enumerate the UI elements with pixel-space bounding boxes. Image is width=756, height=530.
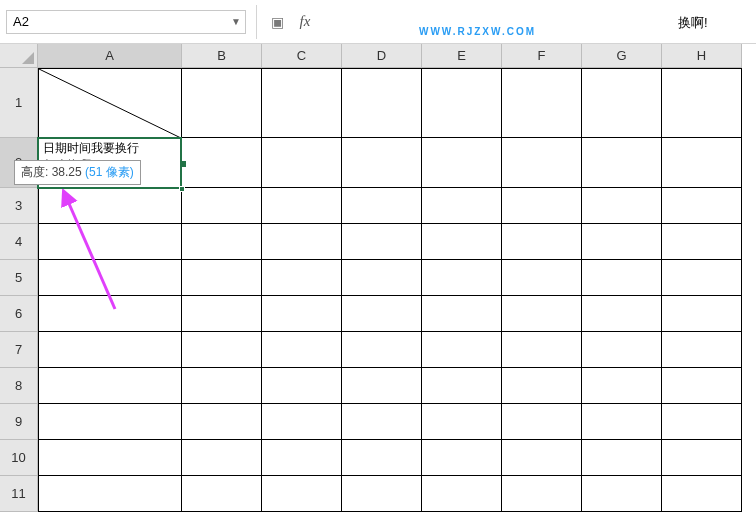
row-header-10[interactable]: 10 (0, 440, 38, 476)
cell-G3[interactable] (582, 188, 662, 224)
cell-G7[interactable] (582, 332, 662, 368)
cell-E2[interactable] (422, 138, 502, 188)
cell-E1[interactable] (422, 68, 502, 138)
name-box-dropdown-icon[interactable]: ▼ (227, 16, 245, 27)
cell-G1[interactable] (582, 68, 662, 138)
cell-F6[interactable] (502, 296, 582, 332)
cell-G4[interactable] (582, 224, 662, 260)
cell-H4[interactable] (662, 224, 742, 260)
col-header-C[interactable]: C (262, 44, 342, 68)
row-header-5[interactable]: 5 (0, 260, 38, 296)
cell-G11[interactable] (582, 476, 662, 512)
cell-E11[interactable] (422, 476, 502, 512)
col-header-F[interactable]: F (502, 44, 582, 68)
cell-A3[interactable] (38, 188, 182, 224)
row-header-4[interactable]: 4 (0, 224, 38, 260)
col-header-G[interactable]: G (582, 44, 662, 68)
cell-G9[interactable] (582, 404, 662, 440)
cell-A9[interactable] (38, 404, 182, 440)
cell-D7[interactable] (342, 332, 422, 368)
cell-A4[interactable] (38, 224, 182, 260)
fx-icon[interactable]: fx (295, 12, 315, 32)
cell-H1[interactable] (662, 68, 742, 138)
cell-D5[interactable] (342, 260, 422, 296)
cell-E4[interactable] (422, 224, 502, 260)
row-header-11[interactable]: 11 (0, 476, 38, 512)
cell-F2[interactable] (502, 138, 582, 188)
cell-C5[interactable] (262, 260, 342, 296)
cell-A6[interactable] (38, 296, 182, 332)
row-header-9[interactable]: 9 (0, 404, 38, 440)
cell-E9[interactable] (422, 404, 502, 440)
cell-E5[interactable] (422, 260, 502, 296)
cell-G5[interactable] (582, 260, 662, 296)
cell-F4[interactable] (502, 224, 582, 260)
row-header-3[interactable]: 3 (0, 188, 38, 224)
cell-F11[interactable] (502, 476, 582, 512)
row-header-1[interactable]: 1 (0, 68, 38, 138)
cell-A1[interactable] (38, 68, 182, 138)
cell-B4[interactable] (182, 224, 262, 260)
col-header-D[interactable]: D (342, 44, 422, 68)
cell-B1[interactable] (182, 68, 262, 138)
cell-H9[interactable] (662, 404, 742, 440)
col-header-H[interactable]: H (662, 44, 742, 68)
cell-C10[interactable] (262, 440, 342, 476)
cell-F10[interactable] (502, 440, 582, 476)
cell-E6[interactable] (422, 296, 502, 332)
cell-B2[interactable] (182, 138, 262, 188)
cell-H3[interactable] (662, 188, 742, 224)
cell-D4[interactable] (342, 224, 422, 260)
cell-D9[interactable] (342, 404, 422, 440)
cell-C4[interactable] (262, 224, 342, 260)
cell-D2[interactable] (342, 138, 422, 188)
cell-F5[interactable] (502, 260, 582, 296)
cell-E8[interactable] (422, 368, 502, 404)
col-header-A[interactable]: A (38, 44, 182, 68)
cell-C3[interactable] (262, 188, 342, 224)
cell-G6[interactable] (582, 296, 662, 332)
cell-B7[interactable] (182, 332, 262, 368)
cell-C7[interactable] (262, 332, 342, 368)
row-header-8[interactable]: 8 (0, 368, 38, 404)
cell-H7[interactable] (662, 332, 742, 368)
cell-D3[interactable] (342, 188, 422, 224)
row-header-7[interactable]: 7 (0, 332, 38, 368)
cell-F1[interactable] (502, 68, 582, 138)
cell-H6[interactable] (662, 296, 742, 332)
cell-G2[interactable] (582, 138, 662, 188)
cell-D10[interactable] (342, 440, 422, 476)
cell-A8[interactable] (38, 368, 182, 404)
cell-C9[interactable] (262, 404, 342, 440)
cell-F9[interactable] (502, 404, 582, 440)
cell-C1[interactable] (262, 68, 342, 138)
name-box-input[interactable] (7, 11, 227, 33)
cell-F7[interactable] (502, 332, 582, 368)
cell-H2[interactable] (662, 138, 742, 188)
cell-E10[interactable] (422, 440, 502, 476)
cell-H10[interactable] (662, 440, 742, 476)
cell-C2[interactable] (262, 138, 342, 188)
cell-A11[interactable] (38, 476, 182, 512)
cell-D1[interactable] (342, 68, 422, 138)
formula-expand-icon[interactable]: ▣ (267, 12, 287, 32)
cell-A10[interactable] (38, 440, 182, 476)
select-all-corner[interactable] (0, 44, 38, 68)
cell-C11[interactable] (262, 476, 342, 512)
col-header-B[interactable]: B (182, 44, 262, 68)
cell-D11[interactable] (342, 476, 422, 512)
cell-G10[interactable] (582, 440, 662, 476)
selection-handle-mid[interactable] (180, 161, 186, 167)
selection-handle-br[interactable] (179, 186, 185, 192)
cell-B6[interactable] (182, 296, 262, 332)
cell-F8[interactable] (502, 368, 582, 404)
cell-C8[interactable] (262, 368, 342, 404)
cell-D6[interactable] (342, 296, 422, 332)
cell-B11[interactable] (182, 476, 262, 512)
cell-D8[interactable] (342, 368, 422, 404)
cell-G8[interactable] (582, 368, 662, 404)
col-header-E[interactable]: E (422, 44, 502, 68)
cell-E7[interactable] (422, 332, 502, 368)
cell-A7[interactable] (38, 332, 182, 368)
cell-B10[interactable] (182, 440, 262, 476)
